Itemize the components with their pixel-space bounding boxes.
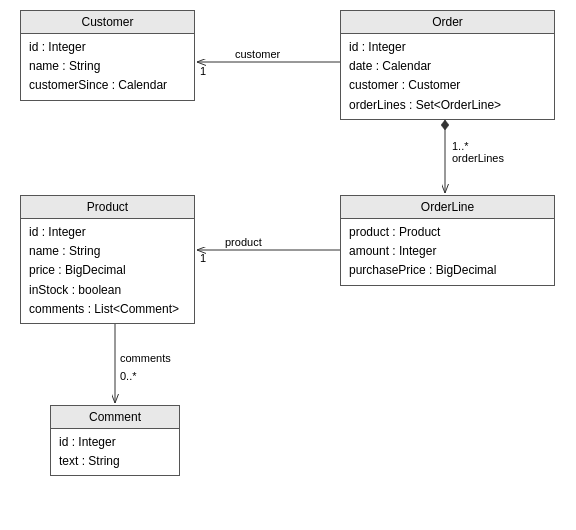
product-field-2: name : String <box>29 242 186 261</box>
comment-body: id : Integer text : String <box>51 429 179 475</box>
product-field-1: id : Integer <box>29 223 186 242</box>
customer-body: id : Integer name : String customerSince… <box>21 34 194 100</box>
orderline-title: OrderLine <box>341 196 554 219</box>
order-body: id : Integer date : Calendar customer : … <box>341 34 554 119</box>
one-left-label: 1 <box>200 65 206 77</box>
orderline-field-2: amount : Integer <box>349 242 546 261</box>
product-class: Product id : Integer name : String price… <box>20 195 195 324</box>
product-arrow-label: product <box>225 236 262 248</box>
order-title: Order <box>341 11 554 34</box>
customer-class: Customer id : Integer name : String cust… <box>20 10 195 101</box>
order-field-1: id : Integer <box>349 38 546 57</box>
product-body: id : Integer name : String price : BigDe… <box>21 219 194 323</box>
customer-arrow-label: customer <box>235 48 280 60</box>
orderline-class: OrderLine product : Product amount : Int… <box>340 195 555 286</box>
comment-title: Comment <box>51 406 179 429</box>
zero-star-label: 0..* <box>120 370 137 382</box>
customer-field-2: name : String <box>29 57 186 76</box>
product-field-3: price : BigDecimal <box>29 261 186 280</box>
one-right-label: 1 <box>200 252 206 264</box>
order-field-2: date : Calendar <box>349 57 546 76</box>
customer-field-1: id : Integer <box>29 38 186 57</box>
order-field-4: orderLines : Set<OrderLine> <box>349 96 546 115</box>
orderlines-arrow-label: orderLines <box>452 152 504 164</box>
comment-field-2: text : String <box>59 452 171 471</box>
one-star-label: 1..* <box>452 140 469 152</box>
customer-field-3: customerSince : Calendar <box>29 76 186 95</box>
order-field-3: customer : Customer <box>349 76 546 95</box>
orderline-field-1: product : Product <box>349 223 546 242</box>
customer-title: Customer <box>21 11 194 34</box>
product-field-4: inStock : boolean <box>29 281 186 300</box>
comment-class: Comment id : Integer text : String <box>50 405 180 476</box>
product-field-5: comments : List<Comment> <box>29 300 186 319</box>
order-class: Order id : Integer date : Calendar custo… <box>340 10 555 120</box>
product-title: Product <box>21 196 194 219</box>
comment-field-1: id : Integer <box>59 433 171 452</box>
orderline-body: product : Product amount : Integer purch… <box>341 219 554 285</box>
comments-arrow-label: comments <box>120 352 171 364</box>
orderline-field-3: purchasePrice : BigDecimal <box>349 261 546 280</box>
